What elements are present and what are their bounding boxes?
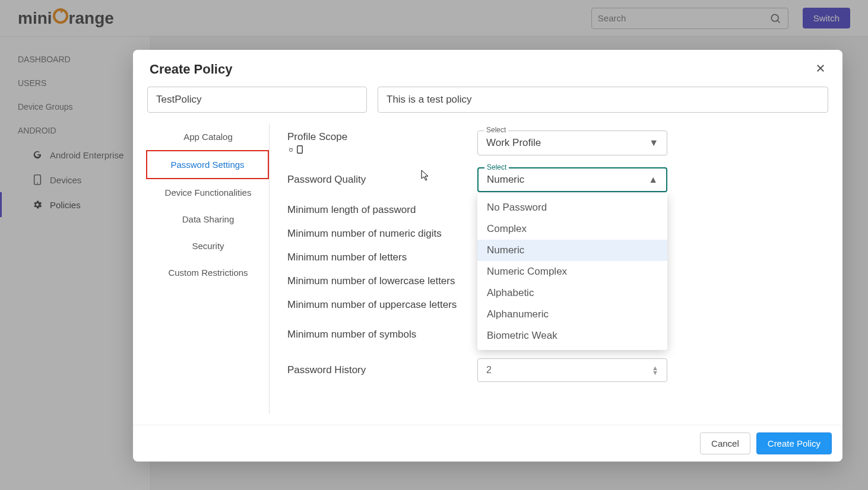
svg-rect-10 xyxy=(297,145,302,153)
chevron-up-icon: ▲ xyxy=(648,174,658,185)
svg-point-7 xyxy=(290,148,293,151)
profile-scope-select[interactable]: Select Work Profile ▼ xyxy=(477,131,667,155)
min-upper-label: Minimum number of uppercase letters xyxy=(287,299,477,311)
scope-icons xyxy=(287,145,477,155)
tabs-column: App Catalog Password Settings Device Fun… xyxy=(147,123,270,414)
policy-name-input[interactable] xyxy=(147,87,367,113)
option-alphanumeric[interactable]: Alphanumeric xyxy=(477,304,667,325)
select-value: Numeric xyxy=(487,174,524,186)
option-numeric-complex[interactable]: Numeric Complex xyxy=(477,261,667,282)
create-policy-modal: Create Policy App Catalog Password Setti… xyxy=(133,50,842,462)
tab-data-sharing[interactable]: Data Sharing xyxy=(147,206,269,233)
password-quality-label: Password Quality xyxy=(287,174,477,186)
min-length-label: Minimum length of password xyxy=(287,204,477,216)
min-letters-label: Minimum number of letters xyxy=(287,252,477,263)
label-text: Profile Scope xyxy=(287,131,477,143)
option-biometric-weak[interactable]: Biometric Weak xyxy=(477,325,667,346)
policy-desc-input[interactable] xyxy=(378,87,828,113)
password-quality-dropdown: No Password Complex Numeric Numeric Comp… xyxy=(477,193,667,350)
android-icon xyxy=(287,147,294,154)
tab-security[interactable]: Security xyxy=(147,233,269,259)
modal-footer: Cancel Create Policy xyxy=(133,425,842,462)
input-value: 2 xyxy=(486,365,492,376)
option-complex[interactable]: Complex xyxy=(477,218,667,240)
profile-scope-label: Profile Scope xyxy=(287,131,477,155)
form-column: Profile Scope Select Work Profile ▼ xyxy=(270,123,828,414)
min-lower-label: Minimum number of lowercase letters xyxy=(287,275,477,287)
min-numeric-label: Minimum number of numeric digits xyxy=(287,228,477,240)
svg-line-8 xyxy=(290,148,290,149)
option-alphabetic[interactable]: Alphabetic xyxy=(477,282,667,304)
select-legend: Select xyxy=(484,126,508,134)
password-quality-select[interactable]: Select Numeric ▲ xyxy=(477,167,667,192)
select-legend: Select xyxy=(484,163,509,171)
min-symbols-label: Minimum number of symbols xyxy=(287,329,477,341)
policy-name-row xyxy=(147,87,828,113)
close-icon[interactable] xyxy=(815,63,826,77)
tab-password-settings[interactable]: Password Settings xyxy=(146,150,269,179)
chevron-down-icon: ▼ xyxy=(649,138,658,148)
content-split: App Catalog Password Settings Device Fun… xyxy=(147,123,828,414)
modal-body: App Catalog Password Settings Device Fun… xyxy=(133,87,842,425)
option-numeric[interactable]: Numeric xyxy=(477,240,667,261)
tab-app-catalog[interactable]: App Catalog xyxy=(147,123,269,150)
create-policy-button[interactable]: Create Policy xyxy=(756,432,832,454)
history-label: Password History xyxy=(287,364,477,376)
row-history: Password History 2 ▲▼ xyxy=(287,358,814,382)
option-no-password[interactable]: No Password xyxy=(477,197,667,218)
modal-header: Create Policy xyxy=(133,50,842,87)
modal-title: Create Policy xyxy=(150,62,232,77)
select-value: Work Profile xyxy=(486,137,541,149)
tab-custom-restrictions[interactable]: Custom Restrictions xyxy=(147,259,269,286)
tab-device-functionalities[interactable]: Device Functionalities xyxy=(147,179,269,206)
phone-small-icon xyxy=(297,145,303,154)
row-profile-scope: Profile Scope Select Work Profile ▼ xyxy=(287,131,814,155)
spinner-icon[interactable]: ▲▼ xyxy=(652,365,658,375)
row-password-quality: Password Quality Select Numeric ▲ No Pas… xyxy=(287,167,814,192)
cancel-button[interactable]: Cancel xyxy=(700,432,750,454)
history-input[interactable]: 2 ▲▼ xyxy=(477,358,667,382)
svg-line-9 xyxy=(292,148,293,149)
